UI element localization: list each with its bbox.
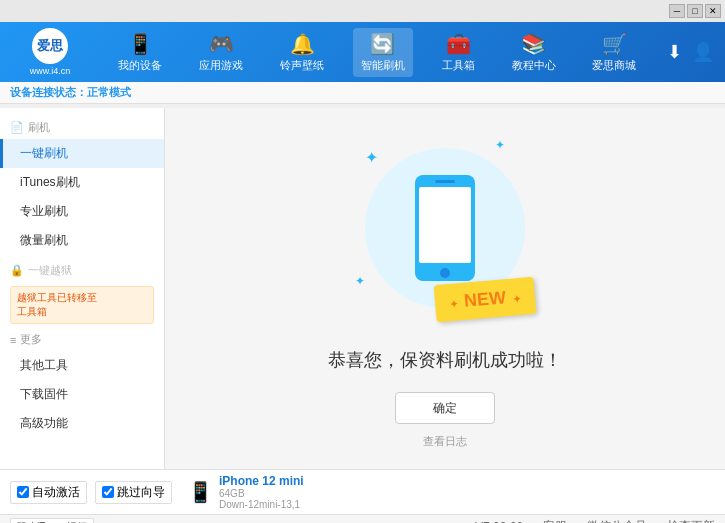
nav-smart-flash[interactable]: 🔄 智能刷机 bbox=[353, 28, 413, 77]
sidebar-group-flash-title: 📄 刷机 bbox=[0, 116, 164, 139]
device-text-block: iPhone 12 mini 64GB Down-12mini-13,1 bbox=[219, 474, 304, 510]
smart-flash-icon: 🔄 bbox=[370, 32, 395, 56]
jailbreak-group-label: 一键越狱 bbox=[28, 263, 72, 278]
pro-flash-label: 专业刷机 bbox=[20, 204, 68, 218]
skip-wizard-label: 跳过向导 bbox=[117, 484, 165, 501]
toolbox-icon: 🧰 bbox=[446, 32, 471, 56]
confirm-button[interactable]: 确定 bbox=[395, 392, 495, 424]
sidebar-group-jailbreak: 🔒 一键越狱 越狱工具已转移至工具箱 bbox=[0, 259, 164, 324]
version-text: V7.98.66 bbox=[475, 520, 523, 524]
sidebar-group-more-title: ≡ 更多 bbox=[0, 328, 164, 351]
device-model: Down-12mini-13,1 bbox=[219, 499, 304, 510]
sidebar-item-advanced-functions[interactable]: 高级功能 bbox=[0, 409, 164, 438]
sidebar-group-more: ≡ 更多 其他工具 下载固件 高级功能 bbox=[0, 328, 164, 438]
logo-url: www.i4.cn bbox=[30, 66, 71, 76]
sparkle-3: ✦ bbox=[355, 274, 365, 288]
itunes-status-btn[interactable]: 阻止iTunes运行 bbox=[10, 518, 94, 524]
device-row: 自动激活 跳过向导 📱 iPhone 12 mini 64GB Down-12m… bbox=[0, 470, 725, 514]
nav-app-game[interactable]: 🎮 应用游戏 bbox=[191, 28, 251, 77]
one-click-flash-label: 一键刷机 bbox=[20, 146, 68, 160]
other-tools-label: 其他工具 bbox=[20, 358, 68, 372]
sidebar-group-jailbreak-title: 🔒 一键越狱 bbox=[0, 259, 164, 282]
device-storage: 64GB bbox=[219, 488, 304, 499]
footer-left: 阻止iTunes运行 bbox=[10, 518, 94, 524]
sidebar-group-flash: 📄 刷机 一键刷机 iTunes刷机 专业刷机 微量刷机 bbox=[0, 116, 164, 255]
nav-tutorial[interactable]: 📚 教程中心 bbox=[504, 28, 564, 77]
sidebar-item-itunes-flash[interactable]: iTunes刷机 bbox=[0, 168, 164, 197]
auto-connect-checkbox[interactable] bbox=[17, 486, 29, 498]
status-value: 正常模式 bbox=[87, 86, 131, 98]
nav-smart-flash-label: 智能刷机 bbox=[361, 58, 405, 73]
wechat-link[interactable]: 微信公众号 bbox=[587, 518, 647, 523]
skip-wizard-checkbox-wrapper: 跳过向导 bbox=[95, 481, 172, 504]
nav-mall[interactable]: 🛒 爱思商城 bbox=[584, 28, 644, 77]
header-right: ⬇ 👤 bbox=[655, 41, 725, 63]
device-name: iPhone 12 mini bbox=[219, 474, 304, 488]
sidebar-item-download-firmware[interactable]: 下载固件 bbox=[0, 380, 164, 409]
check-update-link[interactable]: 检查更新 bbox=[667, 518, 715, 523]
sidebar: 📄 刷机 一键刷机 iTunes刷机 专业刷机 微量刷机 bbox=[0, 108, 165, 469]
sparkle-2: ✦ bbox=[495, 138, 505, 152]
more-group-label: 更多 bbox=[20, 332, 42, 347]
small-flash-label: 微量刷机 bbox=[20, 233, 68, 247]
phone-svg bbox=[410, 173, 480, 283]
header: 爱思 www.i4.cn 📱 我的设备 🎮 应用游戏 🔔 铃声壁纸 🔄 智能刷机… bbox=[0, 22, 725, 82]
sidebar-item-small-flash[interactable]: 微量刷机 bbox=[0, 226, 164, 255]
service-link[interactable]: 客服 bbox=[543, 518, 567, 523]
new-badge: NEW bbox=[434, 277, 537, 323]
ringtone-icon: 🔔 bbox=[290, 32, 315, 56]
nav-ringtone-label: 铃声壁纸 bbox=[280, 58, 324, 73]
jailbreak-note-text: 越狱工具已转移至工具箱 bbox=[17, 292, 97, 317]
auto-connect-checkbox-wrapper: 自动激活 bbox=[10, 481, 87, 504]
success-message: 恭喜您，保资料刷机成功啦！ bbox=[328, 348, 562, 372]
skip-wizard-checkbox[interactable] bbox=[102, 486, 114, 498]
my-device-icon: 📱 bbox=[128, 32, 153, 56]
flash-group-icon: 📄 bbox=[10, 121, 24, 134]
nav-ringtone[interactable]: 🔔 铃声壁纸 bbox=[272, 28, 332, 77]
flash-group-label: 刷机 bbox=[28, 120, 50, 135]
footer-bar: 阻止iTunes运行 V7.98.66 客服 微信公众号 检查更新 bbox=[0, 514, 725, 523]
device-info: 📱 iPhone 12 mini 64GB Down-12mini-13,1 bbox=[188, 474, 304, 510]
svg-rect-3 bbox=[435, 180, 455, 183]
sidebar-item-pro-flash[interactable]: 专业刷机 bbox=[0, 197, 164, 226]
nav-my-device-label: 我的设备 bbox=[118, 58, 162, 73]
minimize-button[interactable]: ─ bbox=[669, 4, 685, 18]
status-prefix: 设备连接状态： bbox=[10, 86, 87, 98]
view-log-link[interactable]: 查看日志 bbox=[423, 434, 467, 449]
success-illustration: NEW ✦ ✦ ✦ bbox=[345, 128, 545, 328]
footer-right: V7.98.66 客服 微信公众号 检查更新 bbox=[475, 518, 715, 523]
sidebar-item-other-tools[interactable]: 其他工具 bbox=[0, 351, 164, 380]
nav-app-game-label: 应用游戏 bbox=[199, 58, 243, 73]
lock-icon: 🔒 bbox=[10, 264, 24, 277]
logo-icon: 爱思 bbox=[32, 28, 68, 64]
device-phone-icon: 📱 bbox=[188, 480, 213, 504]
checkboxes-area: 自动激活 跳过向导 bbox=[10, 481, 172, 504]
itunes-flash-label: iTunes刷机 bbox=[20, 175, 80, 189]
app-game-icon: 🎮 bbox=[209, 32, 234, 56]
sidebar-item-one-click-flash[interactable]: 一键刷机 bbox=[0, 139, 164, 168]
advanced-functions-label: 高级功能 bbox=[20, 416, 68, 430]
mall-icon: 🛒 bbox=[602, 32, 627, 56]
maximize-button[interactable]: □ bbox=[687, 4, 703, 18]
nav-toolbox-label: 工具箱 bbox=[442, 58, 475, 73]
svg-point-2 bbox=[440, 268, 450, 278]
sparkle-1: ✦ bbox=[365, 148, 378, 167]
nav-mall-label: 爱思商城 bbox=[592, 58, 636, 73]
nav-bar: 📱 我的设备 🎮 应用游戏 🔔 铃声壁纸 🔄 智能刷机 🧰 工具箱 📚 教程中心… bbox=[100, 28, 655, 77]
auto-connect-label: 自动激活 bbox=[32, 484, 80, 501]
new-badge-text: NEW bbox=[463, 287, 507, 311]
tutorial-icon: 📚 bbox=[521, 32, 546, 56]
download-icon[interactable]: ⬇ bbox=[667, 41, 682, 63]
logo[interactable]: 爱思 www.i4.cn bbox=[0, 28, 100, 76]
nav-tutorial-label: 教程中心 bbox=[512, 58, 556, 73]
jailbreak-note: 越狱工具已转移至工具箱 bbox=[10, 286, 154, 324]
svg-rect-1 bbox=[419, 187, 471, 263]
nav-toolbox[interactable]: 🧰 工具箱 bbox=[434, 28, 483, 77]
main-content: NEW ✦ ✦ ✦ 恭喜您，保资料刷机成功啦！ 确定 查看日志 bbox=[165, 108, 725, 469]
close-button[interactable]: ✕ bbox=[705, 4, 721, 18]
more-icon: ≡ bbox=[10, 334, 16, 346]
user-icon[interactable]: 👤 bbox=[692, 41, 714, 63]
nav-my-device[interactable]: 📱 我的设备 bbox=[110, 28, 170, 77]
title-bar: ─ □ ✕ bbox=[0, 0, 725, 22]
bottom-area: 自动激活 跳过向导 📱 iPhone 12 mini 64GB Down-12m… bbox=[0, 469, 725, 523]
